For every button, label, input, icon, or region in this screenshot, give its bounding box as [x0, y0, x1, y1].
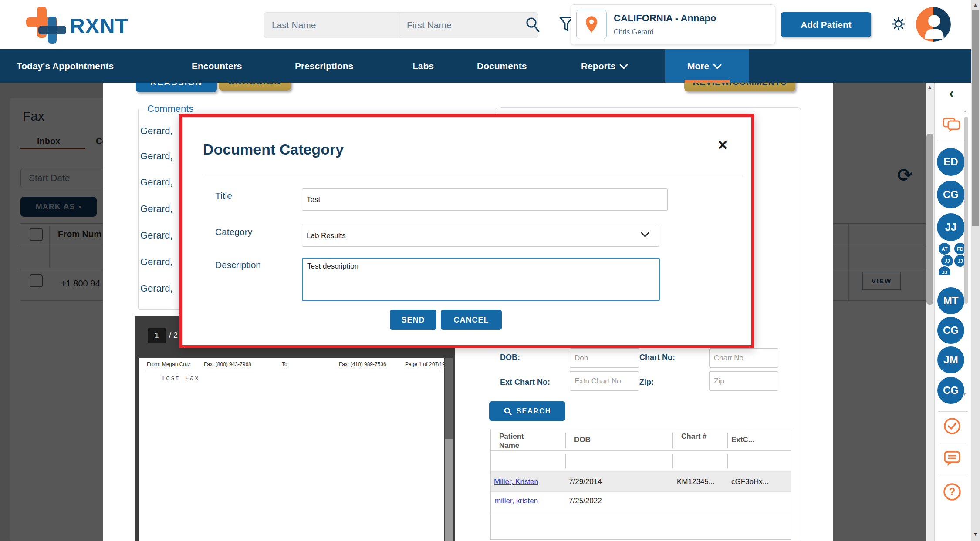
- close-icon[interactable]: ×: [718, 137, 727, 153]
- nav-documents[interactable]: Documents: [477, 49, 527, 83]
- page-scrollbar-track[interactable]: ▲ ▼: [971, 0, 980, 541]
- app-header: RXNT CALIFORNIA - Annapo Chris Gerard Ad…: [0, 0, 980, 50]
- fax-header-tofax: Fax: (410) 989-7536: [339, 361, 386, 367]
- table-separator: [672, 454, 673, 468]
- user-avatar[interactable]: JJ: [937, 213, 965, 241]
- nav-label: Prescriptions: [295, 61, 353, 71]
- chart-no-input[interactable]: [709, 348, 778, 368]
- nav-labs[interactable]: Labs: [412, 49, 434, 83]
- chevron-down-icon: [641, 228, 649, 237]
- search-icon[interactable]: [524, 16, 542, 34]
- first-name-input[interactable]: [399, 12, 538, 38]
- user-avatar[interactable]: CG: [937, 317, 964, 344]
- chat-bubbles-icon[interactable]: [942, 116, 961, 133]
- modal-title: Document Category: [203, 141, 344, 158]
- ext-chart-label: Ext Chart No:: [500, 378, 550, 387]
- user-avatar[interactable]: JM: [937, 346, 964, 373]
- page-scroll-down-arrow[interactable]: ▼: [973, 532, 978, 537]
- zip-label: Zip:: [639, 378, 654, 387]
- location-user: Chris Gerard: [614, 28, 654, 36]
- fax-body-text: Test Fax: [161, 375, 199, 382]
- category-select[interactable]: Lab Results: [302, 225, 659, 247]
- send-label: SEND: [401, 316, 425, 324]
- location-title: CALIFORNIA - Annapo: [614, 13, 770, 24]
- check-circle-icon[interactable]: [943, 417, 961, 435]
- nav-label: Labs: [412, 61, 434, 71]
- right-sidebar: ‹ ED CG JJ AT FD JJ JJ JJ MT CG JM CG ▼: [934, 83, 972, 541]
- sidebar-divider: [938, 411, 968, 412]
- page-scroll-up-arrow[interactable]: ▲: [973, 3, 978, 7]
- comment-entry: Gerard,: [140, 283, 173, 294]
- location-card[interactable]: CALIFORNIA - Annapo Chris Gerard: [571, 4, 775, 44]
- add-patient-button[interactable]: Add Patient: [781, 12, 871, 37]
- dialog-scrollbar-track[interactable]: ▲: [926, 83, 934, 541]
- patient-dob: 7/29/2014: [569, 477, 602, 486]
- search-button[interactable]: SEARCH: [489, 401, 565, 421]
- patient-dob: 7/25/2022: [569, 497, 602, 505]
- user-avatar[interactable]: MT: [937, 287, 964, 314]
- dob-input[interactable]: [570, 348, 639, 368]
- table-separator: [565, 454, 566, 468]
- patient-chart: KM12345...: [677, 477, 726, 486]
- sidebar-divider: [938, 142, 968, 142]
- user-avatar[interactable]: ED: [937, 148, 965, 176]
- title-label: Title: [215, 191, 232, 201]
- dialog-scrollbar-thumb[interactable]: [926, 134, 933, 305]
- user-avatar[interactable]: CG: [937, 181, 965, 208]
- preview-page-total: / 2: [169, 331, 178, 340]
- sidebar-divider: [938, 477, 968, 477]
- preview-scrollbar-thumb[interactable]: [445, 358, 453, 439]
- chevron-down-icon: [619, 60, 628, 69]
- title-input[interactable]: [302, 188, 668, 211]
- patient-link[interactable]: Miller, Kristen: [494, 477, 538, 486]
- fax-header-pageinfo: Page 1 of 2: [405, 361, 432, 367]
- table-line: [491, 512, 791, 512]
- chart-no-label: Chart No:: [639, 353, 675, 362]
- patient-extc: cGF3bHx...: [731, 477, 788, 486]
- nav-more[interactable]: More: [687, 49, 720, 83]
- gear-icon[interactable]: [890, 15, 907, 33]
- last-name-input[interactable]: [264, 12, 403, 38]
- nav-label: Reports: [581, 61, 615, 71]
- user-avatar-small[interactable]: JJ: [938, 265, 951, 275]
- description-textarea[interactable]: Test description: [302, 258, 660, 301]
- cancel-button[interactable]: CANCEL: [441, 310, 502, 330]
- col-extc[interactable]: ExtC...: [731, 436, 754, 444]
- fax-document-page: From: Megan Cruz Fax: (800) 943-7968 To:…: [139, 358, 444, 541]
- col-dob[interactable]: DOB: [574, 436, 591, 444]
- nav-prescriptions[interactable]: Prescriptions: [295, 49, 353, 83]
- col-chart[interactable]: Chart #: [681, 432, 707, 450]
- fax-preview: 1 / 2 From: Megan Cruz Fax: (800) 943-79…: [135, 316, 455, 541]
- user-avatar[interactable]: CG: [937, 377, 964, 404]
- collapse-sidebar-button[interactable]: ‹: [949, 86, 954, 99]
- col-patient-name[interactable]: Patient Name: [499, 432, 538, 450]
- sidebar-scroll-up-arrow[interactable]: ▲: [963, 110, 967, 113]
- nav-encounters[interactable]: Encounters: [192, 49, 242, 83]
- user-avatar-clipped[interactable]: JJ: [938, 265, 951, 275]
- message-square-icon[interactable]: [943, 450, 961, 467]
- person-icon: [916, 7, 951, 42]
- user-profile-avatar[interactable]: [916, 7, 951, 42]
- svg-text:?: ?: [949, 486, 956, 497]
- send-button[interactable]: SEND: [390, 310, 436, 330]
- fax-header-date: 07/19: [432, 361, 444, 367]
- zip-input[interactable]: [709, 371, 778, 391]
- ext-chart-input[interactable]: [570, 371, 639, 391]
- scroll-up-arrow[interactable]: ▲: [927, 85, 932, 90]
- user-avatar-small[interactable]: AT: [938, 242, 951, 255]
- preview-page-current: 1: [155, 331, 159, 340]
- chevron-down-icon: [713, 60, 722, 69]
- nav-todays-appointments[interactable]: Today's Appointments: [17, 49, 114, 83]
- nav-reports[interactable]: Reports: [581, 49, 627, 83]
- sidebar-scrollbar-thumb[interactable]: [964, 117, 968, 304]
- question-circle-icon[interactable]: ?: [943, 482, 962, 501]
- location-pin-box: [576, 10, 607, 39]
- patient-link[interactable]: miller, kristen: [495, 497, 538, 505]
- rxnt-logo[interactable]: RXNT: [24, 4, 163, 46]
- backdrop-left: [0, 83, 103, 541]
- modal-header-divider: [203, 176, 743, 176]
- nav-label: Documents: [477, 61, 527, 71]
- page-scrollbar-thumb[interactable]: [972, 10, 979, 226]
- sidebar-scroll-down-arrow[interactable]: ▼: [963, 393, 966, 397]
- table-separator: [565, 433, 566, 448]
